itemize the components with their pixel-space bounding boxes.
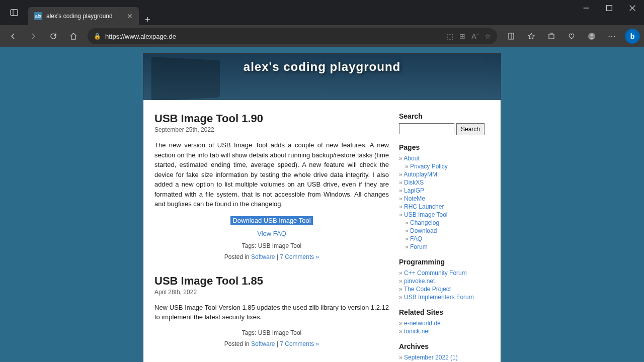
sidebar-link[interactable]: Forum: [399, 243, 490, 251]
post-title[interactable]: USB Image Tool 1.85: [154, 275, 389, 288]
tab-title: alex's coding playground: [46, 13, 123, 20]
sidebar-link[interactable]: DiskXS: [399, 178, 490, 187]
post-tags: Tags: USB Image Tool: [154, 329, 389, 336]
post-body: The new version of USB Image Tool adds a…: [154, 140, 389, 209]
refresh-icon: [49, 32, 57, 40]
meta-pre: Posted in: [224, 340, 251, 347]
address-bar[interactable]: 🔒 https://www.alexpage.de ⬚ ⊞ A» ☆: [88, 28, 497, 44]
comments-link[interactable]: 7 Comments »: [280, 253, 319, 260]
sidebar-link[interactable]: USB Image Tool: [399, 211, 490, 219]
close-window-button[interactable]: [621, 0, 644, 16]
url-text: https://www.alexpage.de: [105, 33, 443, 40]
browser-tab[interactable]: alx alex's coding playground ✕: [28, 7, 139, 25]
download-link[interactable]: Download USB Image Tool: [230, 216, 312, 225]
post: USB Image Tool 1.90 September 25th, 2022…: [154, 112, 389, 260]
lock-icon: 🔒: [94, 33, 101, 40]
post-body: New USB Image Tool Version 1.85 updates …: [154, 303, 389, 322]
sidebar-link[interactable]: e-networld.de: [399, 319, 490, 327]
favorite-icon[interactable]: ☆: [485, 32, 491, 40]
sidebar-link[interactable]: RHC Launcher: [399, 203, 490, 211]
title-bar: alx alex's coding playground ✕ +: [0, 0, 644, 25]
sidebar-link[interactable]: USB Implementers Forum: [399, 293, 490, 301]
sidebar-link[interactable]: pinvoke.net: [399, 277, 490, 285]
maximize-button[interactable]: [598, 0, 621, 16]
sidebar-link[interactable]: Changelog: [399, 219, 490, 227]
post: USB Image Tool 1.85 April 28th, 2022 New…: [154, 275, 389, 347]
programming-list: C++ Community Forumpinvoke.netThe Code P…: [399, 269, 490, 301]
back-button[interactable]: [4, 27, 22, 45]
category-link[interactable]: Software: [251, 253, 275, 260]
sidebar-link[interactable]: tonick.net: [399, 327, 490, 335]
new-tab-button[interactable]: +: [139, 15, 156, 25]
post-meta: Posted in Software | 7 Comments »: [154, 340, 389, 347]
refresh-button[interactable]: [44, 27, 62, 45]
post-title[interactable]: USB Image Tool 1.90: [154, 112, 389, 125]
close-icon: [628, 4, 636, 12]
minimize-button[interactable]: [575, 0, 598, 16]
sidebar-link[interactable]: The Code Project: [399, 285, 490, 293]
programming-heading: Programming: [399, 258, 490, 266]
sidebar: Search Search Pages AboutPrivacy PolicyA…: [399, 112, 490, 362]
sidebar-link[interactable]: AutoplayMM: [399, 170, 490, 178]
back-icon: [9, 32, 17, 40]
profile-button[interactable]: [583, 27, 601, 45]
post-date: April 28th, 2022: [154, 289, 389, 296]
post-meta: Posted in Software | 7 Comments »: [154, 253, 389, 260]
archives-heading: Archives: [399, 342, 490, 350]
tab-actions-button[interactable]: [5, 4, 23, 22]
sidebar-link[interactable]: C++ Community Forum: [399, 269, 490, 277]
menu-button[interactable]: ⋯: [603, 27, 621, 45]
sidebar-link[interactable]: FAQ: [399, 235, 490, 243]
post-date: September 25th, 2022: [154, 126, 389, 133]
panels-icon: [10, 9, 18, 17]
svg-rect-3: [607, 6, 612, 11]
post-tags: Tags: USB Image Tool: [154, 242, 389, 249]
main-content: USB Image Tool 1.90 September 25th, 2022…: [154, 112, 389, 362]
heart-pulse-icon: [568, 32, 576, 40]
bing-button[interactable]: b: [625, 29, 640, 44]
search-input[interactable]: [399, 123, 454, 134]
reader-icon[interactable]: A»: [471, 32, 478, 40]
desktop-icon[interactable]: ⬚: [447, 32, 453, 40]
related-list: e-networld.detonick.net: [399, 319, 490, 335]
minimize-icon: [582, 4, 590, 12]
category-link[interactable]: Software: [251, 340, 275, 347]
forward-icon: [29, 32, 37, 40]
tab-close-button[interactable]: ✕: [127, 12, 133, 20]
comments-link[interactable]: 7 Comments »: [280, 340, 319, 347]
collections-icon: [547, 32, 555, 40]
site-title: alex's coding playground: [244, 60, 400, 74]
reading-list-button[interactable]: [502, 27, 520, 45]
faq-link[interactable]: View FAQ: [257, 230, 286, 237]
meta-pre: Posted in: [224, 253, 251, 260]
window-controls: [575, 0, 644, 25]
performance-button[interactable]: [562, 27, 581, 45]
svg-point-9: [591, 34, 593, 37]
sidebar-link[interactable]: NoteMe: [399, 195, 490, 203]
sidebar-link[interactable]: LapiGP: [399, 187, 490, 195]
avatar-icon: [588, 32, 596, 40]
page-viewport[interactable]: alex's coding playground USB Image Tool …: [0, 47, 644, 362]
sidebar-link[interactable]: About: [399, 154, 490, 162]
search-button[interactable]: Search: [456, 123, 485, 135]
svg-rect-0: [11, 10, 18, 16]
collections-button[interactable]: [542, 27, 560, 45]
sidebar-link[interactable]: Download: [399, 227, 490, 235]
site-header: alex's coding playground: [143, 54, 501, 100]
favorites-button[interactable]: [522, 27, 540, 45]
home-button[interactable]: [64, 27, 83, 45]
nav-bar: 🔒 https://www.alexpage.de ⬚ ⊞ A» ☆ ⋯ b: [0, 25, 644, 47]
book-icon: [507, 32, 515, 40]
pages-list: AboutPrivacy PolicyAutoplayMMDiskXSLapiG…: [399, 154, 490, 251]
meta-sep: |: [275, 253, 280, 260]
sidebar-link[interactable]: September 2022 (1): [399, 353, 490, 361]
grid-icon[interactable]: ⊞: [459, 32, 465, 40]
meta-sep: |: [275, 340, 280, 347]
url-right-icons: ⬚ ⊞ A» ☆: [447, 32, 491, 40]
sidebar-link[interactable]: Privacy Policy: [399, 162, 490, 170]
svg-rect-6: [549, 34, 554, 39]
related-heading: Related Sites: [399, 308, 490, 316]
page-container: alex's coding playground USB Image Tool …: [143, 53, 501, 362]
search-heading: Search: [399, 112, 490, 120]
forward-button[interactable]: [24, 27, 42, 45]
